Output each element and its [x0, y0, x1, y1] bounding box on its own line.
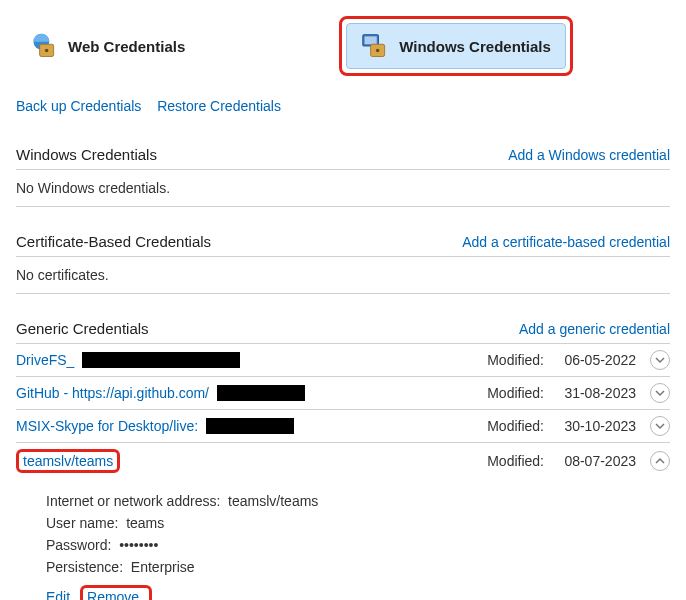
redacted-text — [206, 418, 294, 434]
detail-username-value: teams — [126, 515, 164, 531]
windows-empty-message: No Windows credentials. — [16, 170, 670, 207]
detail-persistence-value: Enterprise — [131, 559, 195, 575]
credential-name[interactable]: teamslv/teams — [23, 453, 113, 469]
modified-date: 31-08-2023 — [558, 385, 636, 401]
credential-row[interactable]: teamslv/teams Modified: 08-07-2023 — [16, 443, 670, 479]
tab-web-label: Web Credentials — [68, 38, 185, 55]
modified-label: Modified: — [487, 418, 544, 434]
redacted-text — [217, 385, 305, 401]
detail-password-value: •••••••• — [119, 537, 158, 553]
modified-date: 06-05-2022 — [558, 352, 636, 368]
detail-address-label: Internet or network address: — [46, 493, 220, 509]
globe-safe-icon — [30, 32, 58, 60]
svg-rect-4 — [365, 36, 377, 44]
credential-row[interactable]: DriveFS_ Modified: 06-05-2022 — [16, 344, 670, 377]
modified-label: Modified: — [487, 352, 544, 368]
add-windows-credential-link[interactable]: Add a Windows credential — [508, 147, 670, 163]
modified-date: 08-07-2023 — [558, 453, 636, 469]
section-title-windows: Windows Credentials — [16, 146, 157, 163]
tab-windows-credentials[interactable]: Windows Credentials — [346, 23, 566, 69]
credential-details: Internet or network address: teamslv/tea… — [16, 479, 670, 600]
credential-name[interactable]: MSIX-Skype for Desktop/live: — [16, 418, 198, 434]
tab-windows-label: Windows Credentials — [399, 38, 551, 55]
tab-web-credentials[interactable]: Web Credentials — [16, 16, 199, 76]
highlight-windows-tab: Windows Credentials — [339, 16, 573, 76]
modified-label: Modified: — [487, 385, 544, 401]
highlight-remove: Remove — [80, 585, 152, 600]
modified-date: 30-10-2023 — [558, 418, 636, 434]
svg-point-6 — [376, 49, 380, 53]
section-title-generic: Generic Credentials — [16, 320, 149, 337]
add-generic-credential-link[interactable]: Add a generic credential — [519, 321, 670, 337]
redacted-text — [82, 352, 240, 368]
svg-point-2 — [45, 49, 49, 53]
credential-name[interactable]: GitHub - https://api.github.com/ — [16, 385, 209, 401]
chevron-down-icon[interactable] — [650, 383, 670, 403]
credential-row[interactable]: MSIX-Skype for Desktop/live: Modified: 3… — [16, 410, 670, 443]
credential-row[interactable]: GitHub - https://api.github.com/ Modifie… — [16, 377, 670, 410]
monitor-safe-icon — [361, 32, 389, 60]
modified-label: Modified: — [487, 453, 544, 469]
detail-address-value: teamslv/teams — [228, 493, 318, 509]
highlight-teams-name: teamslv/teams — [16, 449, 120, 473]
credential-name[interactable]: DriveFS_ — [16, 352, 74, 368]
detail-persistence-label: Persistence: — [46, 559, 123, 575]
edit-link[interactable]: Edit — [46, 589, 70, 600]
backup-credentials-link[interactable]: Back up Credentials — [16, 98, 141, 114]
detail-username-label: User name: — [46, 515, 118, 531]
chevron-up-icon[interactable] — [650, 451, 670, 471]
section-title-cert: Certificate-Based Credentials — [16, 233, 211, 250]
chevron-down-icon[interactable] — [650, 416, 670, 436]
detail-password-label: Password: — [46, 537, 111, 553]
restore-credentials-link[interactable]: Restore Credentials — [157, 98, 281, 114]
remove-link[interactable]: Remove — [87, 589, 139, 600]
chevron-down-icon[interactable] — [650, 350, 670, 370]
add-cert-credential-link[interactable]: Add a certificate-based credential — [462, 234, 670, 250]
cert-empty-message: No certificates. — [16, 257, 670, 294]
